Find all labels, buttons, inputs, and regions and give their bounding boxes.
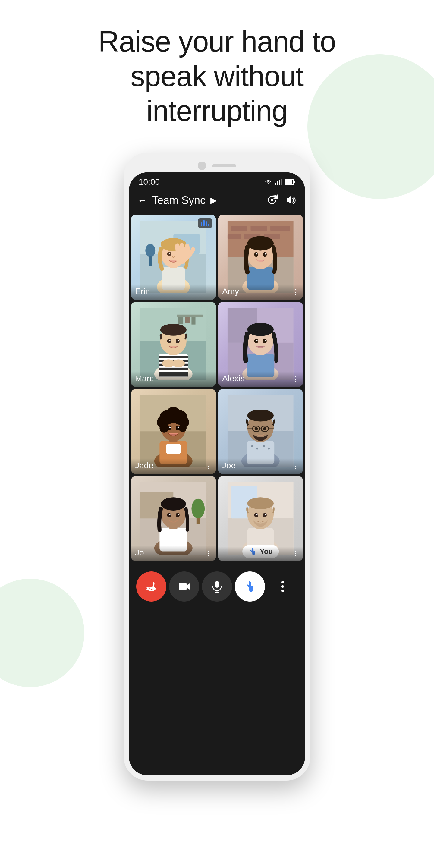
svg-point-144: [281, 590, 284, 592]
raise-hand-icon: [243, 580, 256, 593]
participant-name-jade: Jade: [135, 461, 153, 470]
tile-label-joe: Joe ⋮: [218, 458, 303, 474]
meeting-title: Team Sync: [152, 194, 206, 207]
phone-outer-shell: 10:00: [124, 153, 310, 781]
participant-name-amy: Amy: [222, 287, 239, 296]
phone-camera: [198, 161, 206, 170]
svg-rect-7: [294, 181, 295, 183]
video-tile-amy: Amy ⋮: [218, 215, 303, 300]
tile-label-marc: Marc: [131, 371, 216, 387]
svg-point-63: [172, 359, 185, 367]
svg-rect-6: [285, 180, 292, 184]
svg-rect-47: [192, 317, 195, 324]
svg-rect-80: [166, 444, 181, 454]
signal-icon: [275, 179, 282, 186]
speaker-icon[interactable]: [286, 194, 297, 207]
svg-point-73: [263, 338, 267, 343]
mic-icon: [210, 580, 224, 593]
tile-label-jo: Jo ⋮: [131, 546, 216, 561]
svg-rect-30: [227, 234, 241, 239]
participant-name-jo: Jo: [135, 548, 144, 558]
svg-rect-3: [279, 180, 280, 185]
video-grid: Erin: [129, 213, 305, 563]
video-tile-marc: Marc: [131, 302, 216, 387]
amy-options-button[interactable]: ⋮: [292, 288, 299, 296]
svg-point-123: [176, 513, 180, 517]
joe-options-button[interactable]: ⋮: [292, 462, 299, 470]
svg-point-110: [255, 427, 258, 430]
hero-line3: interrupting: [147, 95, 287, 127]
video-tile-jo: Jo ⋮: [131, 476, 216, 561]
end-call-button[interactable]: [136, 571, 166, 601]
svg-point-74: [256, 340, 257, 341]
video-tile-joe: Joe ⋮: [218, 389, 303, 474]
speaker-svg: [286, 194, 297, 205]
flip-camera-svg: [266, 194, 278, 205]
top-bar-left: ← Team Sync ▶: [137, 194, 217, 207]
svg-point-20: [167, 251, 171, 256]
svg-rect-139: [215, 581, 219, 588]
svg-rect-44: [177, 315, 203, 317]
meeting-chevron[interactable]: ▶: [210, 195, 217, 205]
flip-camera-icon[interactable]: [266, 194, 278, 207]
svg-rect-27: [231, 226, 247, 230]
svg-point-99: [256, 447, 258, 450]
jade-options-button[interactable]: ⋮: [205, 462, 212, 470]
svg-point-124: [169, 514, 170, 515]
back-button[interactable]: ←: [137, 195, 147, 206]
hero-line1: Raise your hand to: [98, 25, 336, 58]
svg-rect-2: [277, 181, 278, 185]
bottom-bar: [129, 563, 305, 617]
svg-point-41: [265, 253, 266, 254]
phone-screen: 10:00: [129, 173, 305, 775]
svg-point-0: [268, 183, 269, 184]
tile-label-alexis: Alexis ⋮: [218, 371, 303, 387]
you-options-button[interactable]: ⋮: [292, 549, 299, 558]
speaking-indicator-erin: [198, 218, 213, 228]
svg-point-91: [176, 426, 180, 430]
svg-point-71: [247, 323, 274, 336]
svg-rect-1: [275, 183, 276, 185]
svg-point-60: [169, 340, 170, 341]
tile-label-erin: Erin: [131, 284, 216, 300]
svg-point-142: [281, 581, 284, 584]
svg-point-143: [281, 585, 284, 588]
status-time: 10:00: [138, 177, 160, 187]
video-icon: [178, 580, 191, 593]
end-call-icon: [144, 579, 158, 594]
mic-toggle-button[interactable]: [202, 571, 232, 601]
svg-point-59: [176, 338, 180, 343]
hero-line2: speak without: [130, 60, 304, 92]
svg-point-133: [247, 497, 274, 509]
participant-name-erin: Erin: [135, 287, 150, 296]
video-tile-erin: Erin: [131, 215, 216, 300]
participant-name-joe: Joe: [222, 461, 236, 470]
jo-options-button[interactable]: ⋮: [205, 549, 212, 558]
svg-point-114: [192, 498, 205, 518]
participant-name-alexis: Alexis: [222, 374, 245, 383]
raise-hand-button[interactable]: [235, 571, 265, 601]
svg-point-125: [178, 514, 179, 515]
svg-point-58: [167, 338, 171, 343]
svg-point-72: [254, 338, 258, 343]
svg-point-22: [169, 253, 170, 254]
svg-point-93: [178, 427, 179, 428]
video-toggle-button[interactable]: [169, 571, 199, 601]
phone-notch: [129, 158, 305, 173]
svg-point-90: [167, 426, 171, 430]
svg-rect-29: [270, 226, 290, 230]
video-tile-jade: Jade ⋮: [131, 389, 216, 474]
svg-rect-53: [158, 368, 188, 370]
svg-point-39: [263, 252, 267, 257]
alexis-options-button[interactable]: ⋮: [292, 375, 299, 383]
more-options-button[interactable]: [268, 571, 298, 601]
video-tile-you: You ⋮: [218, 476, 303, 561]
svg-point-104: [247, 410, 274, 421]
svg-point-37: [247, 236, 274, 250]
svg-point-122: [167, 513, 171, 517]
tile-label-amy: Amy ⋮: [218, 284, 303, 300]
top-bar-right: [266, 194, 297, 207]
tile-label-jade: Jade ⋮: [131, 458, 216, 474]
svg-point-134: [254, 513, 258, 517]
svg-rect-115: [196, 518, 200, 524]
